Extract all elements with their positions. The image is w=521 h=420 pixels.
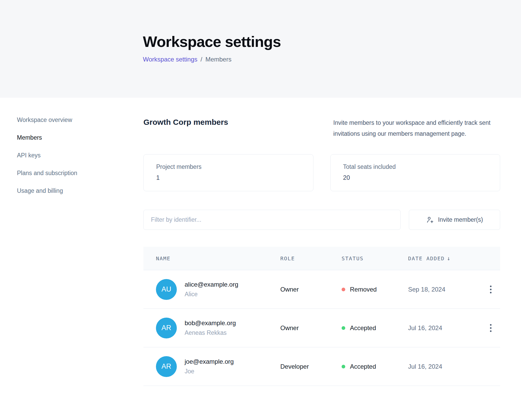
filter-row: Invite member(s) — [143, 210, 500, 230]
row-actions-kebab-icon[interactable] — [487, 322, 494, 335]
avatar: AR — [156, 356, 177, 377]
stats-row: Project members 1 Total seats included 2… — [143, 154, 500, 191]
table-row: AR bob@example.org Aeneas Rekkas Owner A… — [143, 309, 500, 347]
sidebar-item-usage-and-billing[interactable]: Usage and billing — [17, 187, 63, 194]
filter-by-identifier-input[interactable] — [143, 210, 401, 230]
member-email: joe@example.org — [185, 358, 234, 365]
members-table: NAME ROLE STATUS DATE ADDED ↓ AU alice@e… — [143, 247, 500, 386]
member-role: Developer — [280, 363, 342, 370]
status-dot-accepted — [342, 326, 345, 330]
members-table-header: NAME ROLE STATUS DATE ADDED ↓ — [143, 247, 500, 270]
avatar: AR — [156, 318, 177, 338]
breadcrumb: Workspace settings / Members — [143, 56, 511, 63]
sidebar-item-plans-and-subscription[interactable]: Plans and subscription — [17, 170, 77, 177]
member-status: Removed — [342, 286, 408, 293]
status-dot-removed — [342, 288, 345, 291]
member-status: Accepted — [342, 324, 408, 332]
column-header-role: ROLE — [280, 255, 342, 262]
sidebar-item-workspace-overview[interactable]: Workspace overview — [17, 116, 72, 123]
members-section-description: Invite members to your workspace and eff… — [333, 117, 500, 139]
breadcrumb-current-members: Members — [205, 56, 232, 63]
members-section-heading: Growth Corp members — [143, 117, 228, 127]
stat-label: Project members — [156, 163, 301, 170]
breadcrumb-workspace-settings-link[interactable]: Workspace settings — [143, 56, 197, 63]
sidebar-item-members[interactable]: Members — [17, 134, 42, 141]
member-date-added: Sep 18, 2024 — [408, 286, 481, 293]
member-role: Owner — [280, 286, 342, 293]
sort-descending-icon: ↓ — [447, 255, 450, 262]
member-date-added: Jul 16, 2024 — [408, 324, 481, 332]
member-name: Joe — [185, 368, 234, 375]
column-header-name: NAME — [156, 255, 280, 262]
breadcrumb-separator: / — [201, 56, 202, 63]
stat-value: 1 — [156, 174, 301, 181]
status-dot-accepted — [342, 365, 345, 368]
page-title: Workspace settings — [143, 33, 511, 50]
invite-members-button[interactable]: Invite member(s) — [409, 210, 500, 230]
stat-value: 20 — [343, 174, 488, 181]
member-email: bob@example.org — [185, 319, 236, 327]
member-name: Aeneas Rekkas — [185, 329, 236, 336]
column-header-date-added[interactable]: DATE ADDED ↓ — [408, 255, 481, 262]
person-plus-icon — [426, 216, 434, 224]
stat-card-project-members: Project members 1 — [143, 154, 313, 191]
sidebar-item-api-keys[interactable]: API keys — [17, 152, 41, 159]
invite-members-button-label: Invite member(s) — [438, 216, 483, 223]
content-area: Workspace overview Members API keys Plan… — [0, 98, 521, 386]
members-intro-row: Growth Corp members Invite members to yo… — [143, 117, 500, 139]
row-actions-kebab-icon[interactable] — [487, 283, 494, 296]
member-email: alice@example.org — [185, 281, 238, 288]
member-identity-cell: AR joe@example.org Joe — [156, 356, 280, 377]
member-date-added: Jul 16, 2024 — [408, 363, 481, 370]
member-role: Owner — [280, 324, 342, 332]
stat-label: Total seats included — [343, 163, 488, 170]
member-identity-cell: AR bob@example.org Aeneas Rekkas — [156, 318, 280, 338]
table-row: AR joe@example.org Joe Developer Accepte… — [143, 347, 500, 386]
member-name: Alice — [185, 291, 238, 298]
member-status: Accepted — [342, 363, 408, 370]
member-identity-cell: AU alice@example.org Alice — [156, 279, 280, 300]
page-header: Workspace settings Workspace settings / … — [0, 0, 521, 98]
members-panel: Growth Corp members Invite members to yo… — [143, 98, 511, 386]
avatar: AU — [156, 279, 177, 300]
table-row: AU alice@example.org Alice Owner Removed… — [143, 270, 500, 309]
column-header-status: STATUS — [342, 255, 408, 262]
stat-card-total-seats: Total seats included 20 — [330, 154, 500, 191]
settings-sidebar: Workspace overview Members API keys Plan… — [0, 98, 143, 205]
